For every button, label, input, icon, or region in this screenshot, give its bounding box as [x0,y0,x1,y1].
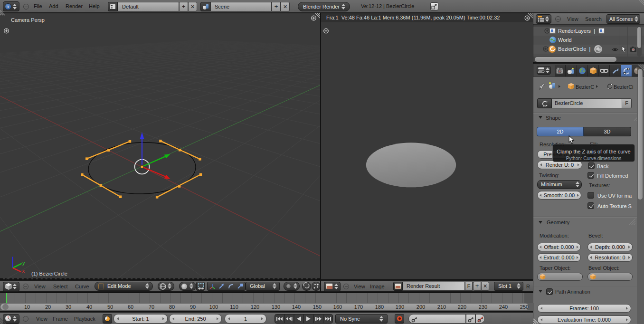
svg-text:x: x [22,268,25,274]
svg-text:Camera Persp: Camera Persp [11,17,45,23]
svg-text:(1) BezierCircle: (1) BezierCircle [31,271,67,276]
svg-text:y: y [22,260,25,266]
